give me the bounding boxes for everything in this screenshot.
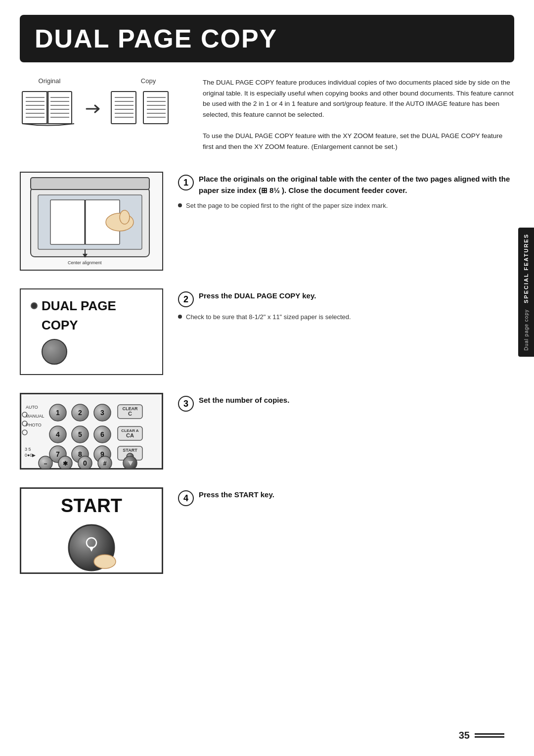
step-1-row: Center alignment 1 Place the originals o… [20,172,514,271]
step-1-number-row: 1 Place the originals on the original ta… [178,174,514,196]
svg-text:✱: ✱ [63,460,68,467]
page-line-top [475,733,504,735]
svg-text:5: 5 [78,430,82,438]
page-number-lines [475,733,504,738]
svg-text:CA: CA [126,432,134,438]
top-section: Original Copy [20,77,514,152]
diagram-area: Original Copy [20,77,188,152]
bullet-dot-2-icon [178,315,182,319]
step-2-row: DUAL PAGE COPY 2 Press the DUAL PAGE COP… [20,288,514,375]
step-4-content: 4 Press the START key. [178,487,514,511]
panel-led-icon [31,302,38,309]
step-3-number-row: 3 Set the number of copies. [178,395,514,412]
copy-label: Copy [119,77,178,85]
step-3-row: AUTO MANUAL PHOTO 3 5 0●0▶ 1 2 3 CLEAR [20,393,514,470]
svg-text:7: 7 [56,450,60,458]
svg-text:#: # [103,460,107,467]
svg-point-36 [120,210,130,224]
right-sidebar-tab: SPECIAL FEATURES Dual page copy [518,228,534,357]
step-2-image: DUAL PAGE COPY [20,288,163,375]
step-1-image: Center alignment [20,172,163,271]
svg-text:2: 2 [78,409,82,417]
svg-text:START: START [61,495,122,516]
step-3-content: 3 Set the number of copies. [178,393,514,417]
panel-title-text: DUAL PAGE [42,299,116,313]
dual-page-button[interactable] [42,339,67,365]
title-bar: DUAL PAGE COPY [20,15,514,62]
step-4-number-row: 4 Press the START key. [178,489,514,506]
sidebar-sub-label: Dual page copy [524,309,529,351]
step-1-bullet: Set the page to be copied first to the r… [178,201,514,211]
svg-text:4: 4 [56,430,60,438]
page-line-bottom [475,736,504,738]
step-1-title: Place the originals on the original tabl… [199,174,514,196]
copy-pages-icon [109,87,173,131]
step-3-title: Set the number of copies. [199,395,514,406]
step-4-image: START [20,487,163,574]
step-4-row: START 4 Press the START key. [20,487,514,574]
step-2-title: Press the DUAL PAGE COPY key. [199,290,514,302]
keyboard-illustration: AUTO MANUAL PHOTO 3 5 0●0▶ 1 2 3 CLEAR [21,394,162,469]
start-key-illustration: START [21,488,162,573]
panel-copy-text: COPY [42,318,78,332]
svg-point-91 [94,555,116,568]
step-2-bullet-text: Check to be sure that 8-1/2" x 11" sized… [186,312,351,322]
description-text: The DUAL PAGE COPY feature produces indi… [203,77,514,152]
step-1-number: 1 [178,175,194,190]
svg-rect-22 [143,92,168,124]
svg-text:3 5: 3 5 [25,447,31,452]
svg-text:6: 6 [100,430,104,438]
svg-rect-1 [47,92,72,124]
svg-text:PHOTO: PHOTO [26,423,42,427]
sidebar-label: SPECIAL FEATURES [523,234,529,303]
description-para2: To use the DUAL PAGE COPY feature with t… [203,131,514,152]
step-2-content: 2 Press the DUAL PAGE COPY key. Check to… [178,288,514,322]
step-2-bullet: Check to be sure that 8-1/2" x 11" sized… [178,312,514,322]
page-title: DUAL PAGE COPY [35,24,499,53]
diagram-labels: Original Copy [20,77,188,85]
steps-section: Center alignment 1 Place the originals o… [20,172,514,574]
svg-text:3: 3 [100,409,104,417]
svg-rect-0 [22,92,47,124]
arrow-icon [84,99,104,119]
svg-text:C: C [128,411,132,417]
step-2-number: 2 [178,291,194,307]
step-1-content: 1 Place the originals on the original ta… [178,172,514,211]
step-2-number-row: 2 Press the DUAL PAGE COPY key. [178,290,514,307]
original-label: Original [20,77,79,85]
page-number-text: 35 [459,730,470,741]
svg-text:START: START [123,448,137,453]
diagram-images [20,87,173,131]
svg-text:1: 1 [56,409,60,417]
step-1-bullet-text: Set the page to be copied first to the r… [186,201,388,211]
svg-rect-32 [50,200,85,244]
bullet-dot-icon [178,203,182,207]
step-3-image: AUTO MANUAL PHOTO 3 5 0●0▶ 1 2 3 CLEAR [20,393,163,470]
svg-text:Center alignment: Center alignment [68,260,102,265]
step-4-number: 4 [178,490,194,506]
page-number-area: 35 [459,730,504,741]
svg-rect-15 [111,92,136,124]
original-book-icon [20,87,79,131]
svg-text:AUTO: AUTO [26,405,38,410]
step-4-title: Press the START key. [199,489,514,501]
svg-text:–: – [44,460,47,467]
svg-text:0●0▶: 0●0▶ [25,453,36,458]
scanner-illustration: Center alignment [21,173,162,270]
svg-text:0: 0 [83,459,87,467]
step-3-number: 3 [178,396,194,412]
svg-rect-30 [31,178,149,189]
svg-text:MANUAL: MANUAL [26,414,44,419]
description-para1: The DUAL PAGE COPY feature produces indi… [203,77,514,120]
